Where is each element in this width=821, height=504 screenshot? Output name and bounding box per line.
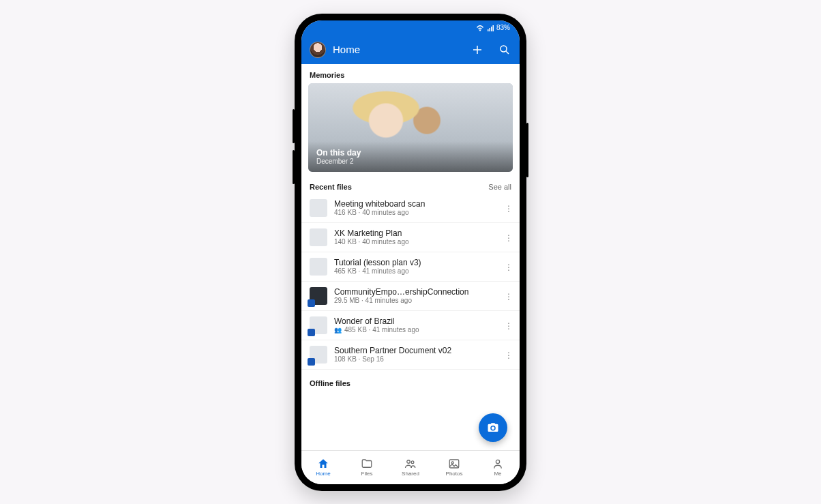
- folder-icon: [361, 458, 373, 470]
- shared-icon: [404, 458, 417, 470]
- file-thumbnail: [310, 258, 327, 276]
- see-all-link[interactable]: See all: [488, 183, 511, 191]
- file-row[interactable]: Meeting whiteboard scan416 KB · 40 minut…: [301, 194, 520, 223]
- bottom-nav: Home Files Shared Photos: [301, 450, 520, 484]
- more-button[interactable]: ···: [506, 204, 511, 212]
- app-bar: Home: [301, 35, 520, 64]
- nav-shared[interactable]: Shared: [389, 451, 432, 484]
- more-button[interactable]: ···: [506, 351, 511, 359]
- memories-overlay: On this day December 2: [308, 141, 513, 172]
- cell-signal-icon: [487, 25, 494, 31]
- svg-point-2: [411, 461, 414, 464]
- file-row[interactable]: Tutorial (lesson plan v3)465 KB · 41 min…: [301, 252, 520, 282]
- more-button[interactable]: ···: [506, 321, 511, 329]
- add-button[interactable]: [471, 43, 484, 57]
- avatar[interactable]: [310, 42, 326, 58]
- recent-label: Recent files: [310, 183, 352, 191]
- person-icon: [492, 458, 504, 470]
- battery-text: 83%: [496, 24, 510, 31]
- file-info: Tutorial (lesson plan v3)465 KB · 41 min…: [334, 258, 499, 275]
- svg-point-0: [501, 46, 507, 52]
- more-button[interactable]: ···: [506, 233, 511, 241]
- svg-point-1: [407, 460, 411, 464]
- file-list: Meeting whiteboard scan416 KB · 40 minut…: [301, 194, 520, 370]
- file-row[interactable]: XK Marketing Plan140 KB · 40 minutes ago…: [301, 223, 520, 252]
- svg-point-4: [451, 462, 453, 464]
- page-title: Home: [333, 44, 457, 55]
- memories-card[interactable]: On this day December 2: [308, 83, 513, 172]
- nav-home[interactable]: Home: [301, 451, 345, 484]
- nav-photos[interactable]: Photos: [432, 451, 476, 484]
- nav-me[interactable]: Me: [476, 451, 520, 484]
- memories-date: December 2: [316, 158, 505, 165]
- file-info: XK Marketing Plan140 KB · 40 minutes ago: [334, 228, 499, 246]
- more-button[interactable]: ···: [506, 263, 511, 271]
- file-meta: 29.5 MB · 41 minutes ago: [334, 297, 499, 304]
- file-row[interactable]: Wonder of Brazil👥485 KB · 41 minutes ago…: [301, 311, 520, 340]
- file-info: Southern Partner Document v02108 KB · Se…: [334, 346, 499, 363]
- file-row[interactable]: Southern Partner Document v02108 KB · Se…: [301, 340, 520, 370]
- file-meta: 416 KB · 40 minutes ago: [334, 209, 499, 216]
- svg-point-5: [496, 460, 499, 463]
- app-badge-icon: [308, 299, 315, 307]
- file-name: Southern Partner Document v02: [334, 346, 499, 355]
- file-thumbnail: [310, 316, 327, 334]
- file-info: Meeting whiteboard scan416 KB · 40 minut…: [334, 199, 499, 216]
- file-meta: 465 KB · 41 minutes ago: [334, 267, 499, 275]
- more-button[interactable]: ···: [506, 292, 511, 300]
- file-name: Wonder of Brazil: [334, 316, 499, 326]
- offline-label: Offline files: [301, 370, 520, 391]
- file-row[interactable]: CommunityEmpo…ershipConnection29.5 MB · …: [301, 282, 520, 311]
- file-meta: 108 KB · Sep 16: [334, 355, 499, 363]
- nav-label: Photos: [446, 471, 463, 477]
- nav-label: Shared: [402, 471, 419, 477]
- screen: 83% Home Memories On this day December 2: [301, 20, 520, 484]
- phone-frame: 83% Home Memories On this day December 2: [295, 14, 526, 491]
- file-name: Tutorial (lesson plan v3): [334, 258, 499, 267]
- nav-label: Me: [494, 471, 501, 477]
- shared-badge-icon: 👥: [334, 327, 342, 333]
- photos-icon: [448, 458, 460, 470]
- memories-label: Memories: [301, 64, 520, 83]
- app-badge-icon: [308, 329, 315, 336]
- app-badge-icon: [308, 358, 315, 366]
- file-thumbnail: [310, 287, 327, 305]
- file-thumbnail: [310, 346, 327, 364]
- content-scroll[interactable]: Memories On this day December 2 Recent f…: [301, 64, 520, 450]
- file-name: CommunityEmpo…ershipConnection: [334, 287, 499, 297]
- camera-fab[interactable]: [479, 413, 507, 442]
- file-thumbnail: [310, 199, 327, 217]
- file-name: XK Marketing Plan: [334, 228, 499, 238]
- search-button[interactable]: [498, 43, 511, 57]
- memories-title: On this day: [316, 148, 505, 158]
- wifi-icon: [476, 25, 484, 31]
- file-meta: 140 KB · 40 minutes ago: [334, 238, 499, 246]
- file-meta: 👥485 KB · 41 minutes ago: [334, 326, 499, 333]
- file-thumbnail: [310, 228, 327, 246]
- nav-label: Home: [316, 471, 330, 477]
- file-info: Wonder of Brazil👥485 KB · 41 minutes ago: [334, 316, 499, 333]
- home-icon: [317, 458, 329, 470]
- nav-label: Files: [361, 471, 373, 477]
- status-bar: 83%: [301, 20, 520, 35]
- file-info: CommunityEmpo…ershipConnection29.5 MB · …: [334, 287, 499, 304]
- nav-files[interactable]: Files: [345, 451, 389, 484]
- file-name: Meeting whiteboard scan: [334, 199, 499, 209]
